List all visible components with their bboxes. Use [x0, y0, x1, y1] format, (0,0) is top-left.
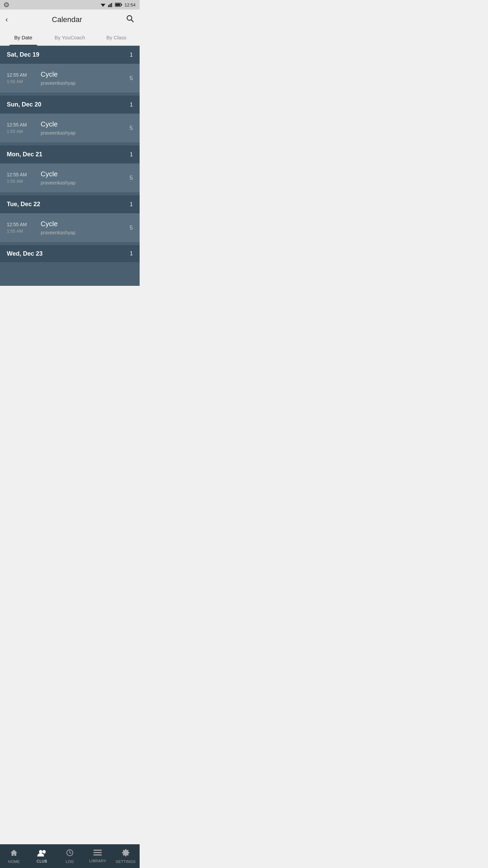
svg-rect-5 — [111, 3, 112, 7]
svg-rect-9 — [121, 4, 122, 6]
day-gap-2 — [0, 193, 140, 195]
session-end-2-0: 1:55 AM — [7, 179, 37, 184]
search-icon — [126, 15, 134, 23]
session-spots-0-0: 5 — [130, 75, 133, 82]
session-row-2-0[interactable]: 12:55 AM 1:55 AM Cycle praveenkashyap 5 — [0, 163, 140, 193]
session-row-0-0[interactable]: 12:55 AM 1:55 AM Cycle praveenkashyap 5 — [0, 64, 140, 93]
svg-rect-4 — [109, 4, 110, 7]
session-end-0-0: 1:55 AM — [7, 79, 37, 84]
tab-by-class[interactable]: By Class — [93, 30, 140, 45]
session-name-0-0: Cycle — [41, 71, 130, 78]
day-label-0: Sat, Dec 19 — [7, 51, 39, 58]
session-time-1-0: 12:55 AM 1:55 AM — [7, 122, 37, 134]
day-header-1: Sun, Dec 20 1 — [0, 96, 140, 114]
session-start-1-0: 12:55 AM — [7, 122, 37, 127]
session-coach-2-0: praveenkashyap — [41, 180, 130, 185]
svg-rect-3 — [108, 5, 109, 7]
svg-line-11 — [131, 20, 134, 22]
back-button[interactable]: ‹ — [5, 15, 8, 24]
status-bar: 12:54 — [0, 0, 140, 9]
session-spots-1-0: 5 — [130, 125, 133, 132]
tab-by-youcoach[interactable]: By YouCoach — [46, 30, 93, 45]
session-row-3-0[interactable]: 12:55 AM 1:55 AM Cycle praveenkashyap 5 — [0, 213, 140, 242]
day-header-0: Sat, Dec 19 1 — [0, 46, 140, 64]
day-count-1: 1 — [130, 102, 133, 108]
day-count-0: 1 — [130, 52, 133, 58]
session-spots-2-0: 5 — [130, 175, 133, 181]
day-label-partial: Wed, Dec 23 — [7, 250, 43, 257]
notification-icon — [4, 2, 9, 7]
day-count-3: 1 — [130, 201, 133, 208]
day-gap-0 — [0, 93, 140, 96]
signal-icon — [108, 2, 113, 7]
session-coach-0-0: praveenkashyap — [41, 80, 130, 86]
session-coach-1-0: praveenkashyap — [41, 130, 130, 136]
status-time: 12:54 — [124, 2, 136, 7]
session-time-3-0: 12:55 AM 1:55 AM — [7, 222, 37, 234]
session-end-3-0: 1:55 AM — [7, 229, 37, 234]
day-label-1: Sun, Dec 20 — [7, 101, 41, 108]
day-count-2: 1 — [130, 152, 133, 158]
header: ‹ Calendar — [0, 9, 140, 30]
session-start-2-0: 12:55 AM — [7, 172, 37, 177]
day-header-partial: Wed, Dec 23 1 — [0, 245, 140, 262]
session-name-3-0: Cycle — [41, 220, 130, 228]
session-name-1-0: Cycle — [41, 120, 130, 128]
svg-rect-6 — [112, 2, 113, 7]
day-gap-3 — [0, 242, 140, 245]
battery-icon — [115, 3, 122, 7]
day-gap-1 — [0, 143, 140, 145]
session-start-3-0: 12:55 AM — [7, 222, 37, 227]
session-info-2-0: Cycle praveenkashyap — [37, 170, 130, 185]
session-row-1-0[interactable]: 12:55 AM 1:55 AM Cycle praveenkashyap 5 — [0, 114, 140, 143]
session-time-0-0: 12:55 AM 1:55 AM — [7, 72, 37, 84]
page-title: Calendar — [52, 15, 82, 24]
day-header-3: Tue, Dec 22 1 — [0, 195, 140, 213]
session-info-3-0: Cycle praveenkashyap — [37, 220, 130, 235]
status-left — [4, 2, 9, 7]
day-label-3: Tue, Dec 22 — [7, 201, 40, 208]
tab-by-date[interactable]: By Date — [0, 30, 46, 45]
session-time-2-0: 12:55 AM 1:55 AM — [7, 172, 37, 184]
wifi-icon — [100, 2, 106, 7]
session-end-1-0: 1:55 AM — [7, 129, 37, 134]
day-count-partial: 1 — [130, 251, 133, 257]
svg-rect-8 — [116, 4, 120, 6]
session-start-0-0: 12:55 AM — [7, 72, 37, 78]
session-info-0-0: Cycle praveenkashyap — [37, 71, 130, 86]
session-spots-3-0: 5 — [130, 224, 133, 231]
day-label-2: Mon, Dec 21 — [7, 151, 42, 158]
tab-bar: By Date By YouCoach By Class — [0, 30, 140, 46]
status-right: 12:54 — [100, 2, 136, 7]
session-name-2-0: Cycle — [41, 170, 130, 178]
calendar-content: Sat, Dec 19 1 12:55 AM 1:55 AM Cycle pra… — [0, 46, 140, 286]
svg-point-10 — [127, 16, 132, 20]
search-button[interactable] — [126, 15, 134, 25]
session-coach-3-0: praveenkashyap — [41, 230, 130, 235]
day-header-2: Mon, Dec 21 1 — [0, 145, 140, 163]
session-info-1-0: Cycle praveenkashyap — [37, 120, 130, 136]
